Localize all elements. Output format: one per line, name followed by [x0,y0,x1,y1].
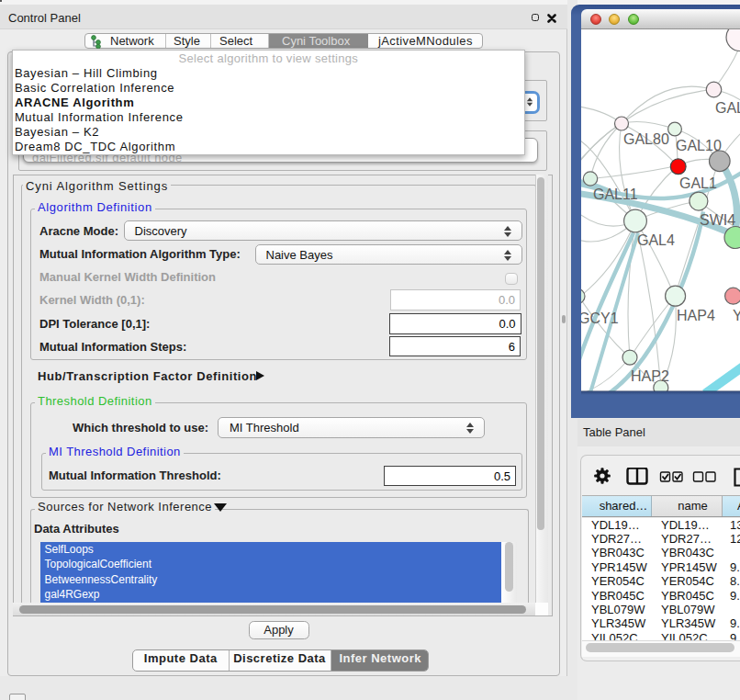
svg-text:GAL4: GAL4 [637,231,675,247]
svg-text:HAP4: HAP4 [677,307,715,322]
svg-text:GAL10: GAL10 [676,137,722,152]
svg-text:GCY1: GCY1 [581,310,619,325]
svg-text:GAL11: GAL11 [593,186,638,201]
svg-text:GAL2: GAL2 [715,99,740,115]
svg-text:YJ: YJ [733,307,740,322]
svg-text:SWI4: SWI4 [700,211,735,227]
svg-text:HAP2: HAP2 [631,367,669,383]
svg-text:GAL80: GAL80 [623,130,669,146]
svg-text:GAL1: GAL1 [679,175,717,190]
